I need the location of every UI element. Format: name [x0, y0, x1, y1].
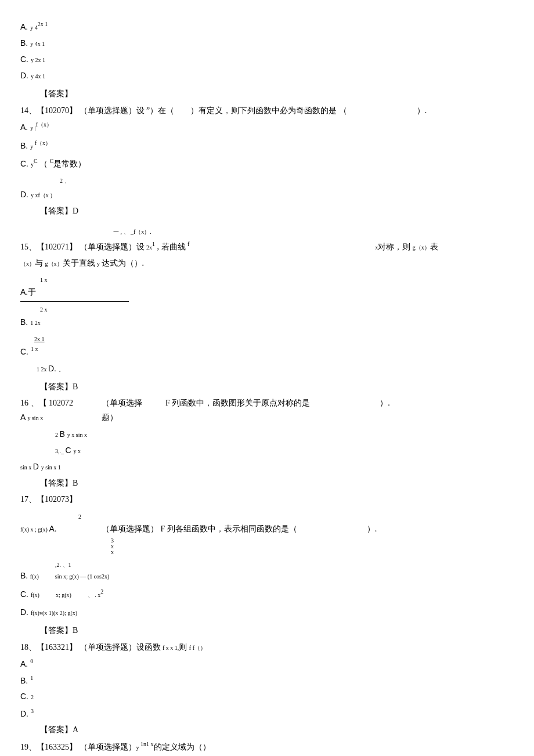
- option-text: y sin x: [27, 415, 43, 421]
- option-label: C.: [20, 347, 31, 356]
- option-label: C.: [20, 692, 31, 701]
- q13-answer: 【答案】: [20, 86, 514, 101]
- over-right: f（x）.: [134, 229, 151, 235]
- option-text: 1 2x: [30, 320, 41, 326]
- q16-stem-line: F 列函数中，函数图形关于原点对称的是）.: [165, 396, 514, 410]
- option-label: A.: [20, 659, 30, 668]
- question-type: （单项选择题）: [80, 742, 136, 751]
- option-label: A.: [20, 287, 28, 296]
- q18-option-c: C. 2: [20, 689, 514, 704]
- option-label: A.: [49, 524, 56, 533]
- stem-sup: 1n1 x: [140, 741, 154, 747]
- option-text: y x: [74, 448, 81, 454]
- q18-option-d: D. 3: [20, 706, 514, 721]
- option-label: D.: [20, 190, 31, 199]
- frac-top: 3: [111, 538, 514, 544]
- stem-tail: ）.: [367, 525, 377, 533]
- option-foot: 1 2x: [37, 366, 48, 372]
- q17-option-d: D. f(x)v(x 1)(x 2); g(x): [20, 605, 514, 620]
- option-label: C.: [20, 55, 31, 64]
- option-text: y |: [30, 124, 36, 131]
- answer-text: 【答案】D: [40, 207, 78, 215]
- q15-stem: 15、【102071】 （单项选择题）设 2x1 , 若曲线 fx对称，则 g（…: [20, 239, 514, 254]
- q14-option-b: B. y f（x）: [20, 138, 514, 153]
- q18-option-a: A. 0: [20, 656, 514, 671]
- option-pre: f(x): [30, 573, 39, 580]
- overline-bar: 2 x: [20, 301, 129, 316]
- stem-text: , 若曲线: [155, 243, 187, 251]
- option-foot: sin x: [20, 464, 33, 471]
- q17-option-c: C. f(x)x; g(x)、 . x2: [20, 587, 514, 602]
- option-text: y 2x 1: [31, 57, 45, 63]
- stem-tail: ）.: [380, 399, 390, 407]
- option-sup: f（x）: [36, 121, 52, 128]
- option-sup: 2: [100, 588, 103, 595]
- q13-option-b: B. y 4x 1: [20, 36, 514, 50]
- stem-tail: 的定义域为（）: [154, 742, 211, 751]
- answer-label: 【答案】: [40, 89, 73, 98]
- option-text: sin x; g(x) — (1 cos2x): [55, 573, 110, 580]
- option-text: f(x)v(x 1)(x 2); g(x): [31, 610, 77, 616]
- option-top: 2 x: [40, 306, 48, 313]
- stem-text: F 列函数中，函数图形关于原点对称的是: [165, 399, 310, 407]
- q16-answer: 【答案】B: [20, 476, 514, 490]
- question-number: 19、: [20, 742, 37, 751]
- q18-stem: 18、【163321】 （单项选择题）设函数 f x x 1,则 f f（）: [20, 640, 514, 654]
- option-sup: 2x 1: [38, 21, 48, 27]
- q13-option-d: D. y 4x 1: [20, 68, 514, 83]
- q14-option-c: C. yC （ C是常数）: [20, 156, 514, 171]
- stem-text: 在（: [158, 106, 174, 115]
- option-text: 1 x: [31, 346, 38, 352]
- stem-text: y: [97, 261, 102, 267]
- q19-stem: 19、【163325】 （单项选择题）y 1n1 x的定义域为（）: [20, 739, 514, 754]
- option-text: y 4x 1: [30, 41, 45, 47]
- option-sup: 2: [78, 513, 81, 520]
- q16-type-b: 题）: [102, 410, 165, 425]
- q17-stem-row: f(x) x ; g(x) A. （单项选择题） F 列各组函数中，表示相同函数…: [20, 522, 514, 536]
- option-text: y 4x 1: [31, 73, 45, 79]
- question-number: 16 、: [20, 399, 39, 407]
- answer-text: 【答案】B: [40, 479, 78, 487]
- stem-text: 与: [35, 259, 45, 267]
- q18-answer: 【答案】A: [20, 722, 514, 737]
- option-ctx: （: [39, 160, 50, 168]
- option-mid: x; g(x): [56, 592, 71, 598]
- option-label: B.: [20, 317, 30, 327]
- answer-text: 【答案】A: [40, 725, 78, 734]
- stem-f: f: [187, 241, 189, 247]
- stem-text: 设函数: [136, 643, 163, 652]
- option-pre: f(x): [31, 592, 39, 598]
- stem-text: 设: [136, 243, 147, 251]
- answer-text: 【答案】B: [40, 382, 78, 391]
- option-pre: f(x) x ; g(x): [20, 526, 49, 533]
- option-sup: C: [34, 158, 38, 164]
- question-id: 【102070】: [37, 106, 77, 115]
- q17-answer: 【答案】B: [20, 623, 514, 638]
- option-pre: 2: [55, 432, 60, 438]
- option-label: D.: [48, 364, 59, 373]
- option-text: y sin x 1: [41, 464, 61, 471]
- stem-text: 关于直线: [63, 259, 98, 267]
- stem-text: （x）: [20, 261, 35, 267]
- question-id: 【102071】: [37, 243, 77, 251]
- option-label: D.: [20, 607, 31, 617]
- question-number: 15、: [20, 243, 37, 251]
- q13-option-a: A. y 42x 1: [20, 19, 514, 34]
- q17-option-b: B. f(x)sin x; g(x) — (1 cos2x): [20, 569, 514, 583]
- option-tail: 、 . x: [88, 592, 101, 598]
- q16-option-b: 2 B y x sin x: [20, 427, 514, 442]
- option-sup-line: 2 、: [60, 178, 70, 184]
- option-label: A: [20, 413, 27, 422]
- answer-text: 【答案】B: [40, 626, 78, 635]
- option-text: y 4: [30, 24, 38, 31]
- option-sup: ,2. 、1: [55, 562, 71, 568]
- question-id: 【 102072: [39, 399, 74, 407]
- q15-option-b: B. 1 2x: [20, 315, 514, 330]
- option-label: D: [33, 462, 41, 471]
- option-text: 于: [28, 288, 36, 296]
- stem-text: ）有定义，则下列函数中必为奇函数的是 （: [190, 106, 347, 115]
- stem-text: 则: [179, 643, 189, 652]
- option-text: 2: [31, 694, 34, 700]
- question-type: （单项选择题）: [80, 643, 136, 652]
- q15-option-a: A.于: [20, 285, 514, 299]
